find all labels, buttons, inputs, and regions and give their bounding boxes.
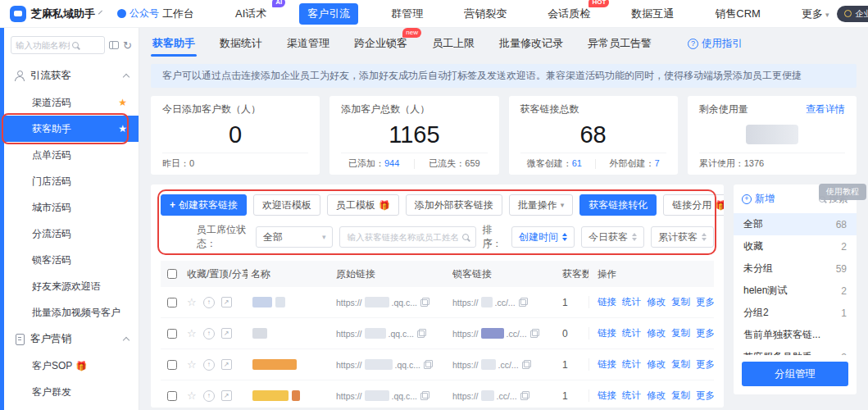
sidebar-item-1-1[interactable]: 渠道活码★ xyxy=(4,89,139,116)
row-action-4[interactable]: 复制 xyxy=(671,390,690,402)
group-item-5[interactable]: 分组21 xyxy=(734,302,857,324)
group-item-7[interactable]: 芝麻服务号助手2 xyxy=(734,346,857,355)
tab-4[interactable]: 跨企业锁客new xyxy=(352,29,409,58)
row-action-5[interactable]: 更多 xyxy=(696,358,714,371)
row-action-1[interactable]: 链接 xyxy=(598,296,616,308)
share-icon[interactable]: ↗ xyxy=(221,328,232,339)
sort-option-1[interactable]: 创建时间 xyxy=(511,226,575,248)
row-action-2[interactable]: 统计 xyxy=(622,327,641,339)
group-item-4[interactable]: helen测试2 xyxy=(734,280,857,302)
official-account-link[interactable]: 公众号 xyxy=(117,7,159,20)
edition-badge[interactable]: 企业版 v2 xyxy=(837,6,868,22)
copy-icon[interactable] xyxy=(519,298,528,307)
row-checkbox[interactable] xyxy=(167,298,177,308)
row-action-1[interactable]: 链接 xyxy=(598,327,616,339)
copy-icon[interactable] xyxy=(420,298,429,307)
group-item-1[interactable]: 全部68 xyxy=(734,213,857,235)
toolbar-button-3[interactable]: 员工模板🎁 xyxy=(327,194,399,216)
pin-top-icon[interactable]: ↑ xyxy=(203,359,215,371)
favorite-star-icon[interactable]: ☆ xyxy=(187,327,197,339)
star-icon[interactable]: ★ xyxy=(118,123,127,134)
favorite-star-icon[interactable]: ☆ xyxy=(187,358,197,371)
toolbar-button-1[interactable]: +创建获客链接 xyxy=(161,194,247,216)
row-action-3[interactable]: 修改 xyxy=(647,296,666,308)
usage-guide-link[interactable]: 使用指引 xyxy=(688,37,743,51)
top-nav-item-6[interactable]: 会话质检HOT xyxy=(539,3,598,25)
top-nav-item-9[interactable]: 更多▾ xyxy=(793,3,838,25)
top-nav-item-1[interactable]: 工作台 xyxy=(154,3,202,25)
refresh-icon[interactable]: ↻ xyxy=(123,40,132,51)
sidebar-item-1-6[interactable]: 分流活码 xyxy=(4,221,139,247)
select-all-checkbox[interactable] xyxy=(167,269,177,279)
copy-icon[interactable] xyxy=(520,391,529,400)
star-icon[interactable]: ★ xyxy=(118,97,127,108)
tab-6[interactable]: 批量修改记录 xyxy=(498,29,565,58)
row-action-5[interactable]: 更多 xyxy=(696,296,714,308)
row-action-3[interactable]: 修改 xyxy=(647,390,666,402)
sidebar-item-2-1[interactable]: 客户SOP🎁 xyxy=(4,353,139,379)
tab-1[interactable]: 获客助手 xyxy=(151,29,197,58)
sidebar-item-1-8[interactable]: 好友来源欢迎语 xyxy=(4,273,139,299)
add-group-button[interactable]: + 新增 xyxy=(742,192,775,206)
row-action-3[interactable]: 修改 xyxy=(647,358,666,371)
row-action-4[interactable]: 复制 xyxy=(671,327,690,339)
row-action-5[interactable]: 更多 xyxy=(696,390,714,402)
row-action-4[interactable]: 复制 xyxy=(671,358,690,371)
copy-icon[interactable] xyxy=(522,360,531,369)
favorite-star-icon[interactable]: ☆ xyxy=(187,296,197,308)
sidebar-item-1-7[interactable]: 锁客活码 xyxy=(4,247,139,273)
pin-top-icon[interactable]: ↑ xyxy=(203,297,215,308)
toolbar-button-2[interactable]: 欢迎语模板 xyxy=(253,194,320,216)
row-checkbox[interactable] xyxy=(167,329,177,339)
tab-3[interactable]: 渠道管理 xyxy=(285,29,331,58)
share-icon[interactable]: ↗ xyxy=(221,359,232,370)
toolbar-button-4[interactable]: 添加外部获客链接 xyxy=(406,194,502,216)
sidebar-group-header-2[interactable]: 客户营销 xyxy=(4,326,139,353)
link-search-input[interactable] xyxy=(347,232,457,242)
pin-top-icon[interactable]: ↑ xyxy=(203,328,215,339)
share-icon[interactable]: ↗ xyxy=(221,297,232,308)
stat-footer-link[interactable]: 944 xyxy=(384,158,399,168)
row-action-3[interactable]: 修改 xyxy=(647,327,666,339)
view-detail-link[interactable]: 查看详情 xyxy=(806,102,845,116)
group-item-6[interactable]: 售前单独获客链... xyxy=(734,324,857,346)
row-action-2[interactable]: 统计 xyxy=(622,296,641,308)
sidebar-group-header-1[interactable]: 引流获客 xyxy=(4,62,139,89)
row-action-1[interactable]: 链接 xyxy=(598,358,616,371)
copy-icon[interactable] xyxy=(530,329,539,338)
top-nav-item-4[interactable]: 群管理 xyxy=(383,3,431,25)
sidebar-item-1-9[interactable]: 批量添加视频号客户 xyxy=(4,299,139,326)
sidebar-item-2-3[interactable]: 逐客群发 xyxy=(4,405,139,410)
row-action-1[interactable]: 链接 xyxy=(598,390,616,402)
row-action-2[interactable]: 统计 xyxy=(622,390,641,402)
toolbar-button-6[interactable]: 获客链接转化 xyxy=(579,194,657,216)
top-nav-item-7[interactable]: 数据互通 xyxy=(623,3,682,25)
top-nav-item-2[interactable]: AI话术AI xyxy=(227,3,275,25)
share-icon[interactable]: ↗ xyxy=(221,390,232,401)
chevron-down-icon[interactable] xyxy=(98,11,102,15)
sidebar-item-1-5[interactable]: 城市活码 xyxy=(4,194,139,221)
sidebar-item-2-2[interactable]: 客户群发 xyxy=(4,379,139,405)
group-item-2[interactable]: 收藏2 xyxy=(734,235,857,257)
sidebar-item-1-3[interactable]: 点单活码 xyxy=(4,142,139,168)
manage-groups-button[interactable]: 分组管理 xyxy=(742,362,848,386)
top-nav-item-3[interactable]: 客户引流 xyxy=(299,3,358,25)
row-checkbox[interactable] xyxy=(167,391,177,401)
seat-status-select[interactable]: 全部 ▾ xyxy=(256,226,333,248)
group-item-3[interactable]: 未分组59 xyxy=(734,257,857,280)
stat-footer-link[interactable]: 7 xyxy=(654,158,659,168)
row-action-2[interactable]: 统计 xyxy=(622,358,641,371)
pin-top-icon[interactable]: ↑ xyxy=(203,390,215,402)
tab-7[interactable]: 异常员工告警 xyxy=(586,29,653,58)
sidebar-item-1-2[interactable]: 获客助手★ xyxy=(4,116,139,142)
sidebar-search-input[interactable] xyxy=(16,40,70,50)
sidebar-item-1-4[interactable]: 门店活码 xyxy=(4,168,139,194)
row-checkbox[interactable] xyxy=(167,360,177,370)
sort-option-2[interactable]: 今日获客 xyxy=(581,226,644,248)
favorite-star-icon[interactable]: ☆ xyxy=(187,390,197,402)
sort-option-3[interactable]: 累计获客 xyxy=(651,226,714,248)
toolbar-button-7[interactable]: 链接分用🎁 xyxy=(663,194,724,216)
top-nav-item-8[interactable]: 销售CRM xyxy=(707,3,769,25)
usage-tutorial-tag[interactable]: 使用教程 xyxy=(819,184,866,200)
collapse-sidebar-icon[interactable] xyxy=(109,41,119,49)
